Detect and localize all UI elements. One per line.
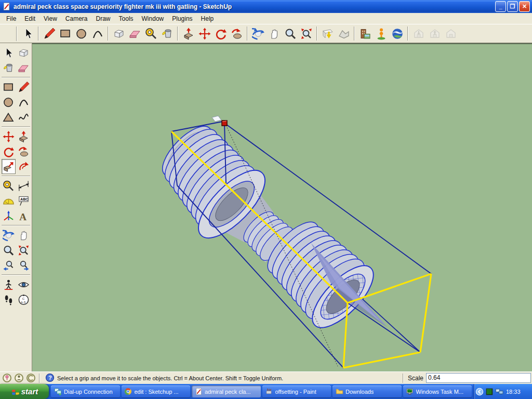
taskbar-button-folder[interactable]: Downloads — [332, 385, 402, 397]
follow-me-tool-button[interactable] — [17, 144, 31, 159]
model-claim-icon[interactable] — [26, 373, 36, 383]
zoom-tool-button[interactable] — [283, 26, 298, 41]
push-pull-tool-button[interactable] — [181, 26, 196, 41]
taskbar-button-sketchup[interactable]: admiral peck cla... — [192, 385, 261, 397]
model-credits-icon[interactable] — [14, 373, 24, 383]
menu-draw[interactable]: Draw — [92, 14, 115, 23]
orbit-tool-button[interactable] — [250, 26, 265, 41]
select-icon — [3, 47, 15, 59]
offset-tool-button[interactable] — [17, 159, 31, 174]
drawing-viewport[interactable] — [32, 43, 532, 371]
paint-bucket-tool-button[interactable] — [159, 26, 175, 41]
toggle-terrain-tool-button[interactable] — [336, 26, 351, 41]
add-building-tool-button[interactable] — [374, 26, 389, 41]
line-tool-button[interactable] — [17, 79, 31, 95]
eraser-tool-button[interactable] — [127, 26, 142, 41]
section-plane-tool-button[interactable]: CA-5 — [17, 292, 31, 307]
svg-text:A-5: A-5 — [20, 300, 25, 303]
arc-tool-button[interactable] — [90, 26, 105, 41]
circle-tool-button[interactable] — [74, 26, 89, 41]
folder-icon — [336, 388, 343, 395]
line-icon — [18, 81, 30, 94]
move-tool-button[interactable] — [2, 129, 16, 144]
make-component-tool-button[interactable] — [17, 45, 31, 60]
scale-tool-button[interactable] — [2, 159, 16, 174]
text-tool-button[interactable]: ABC — [17, 193, 31, 208]
menu-tools[interactable]: Tools — [115, 14, 138, 23]
orbit-tool-button[interactable] — [2, 228, 16, 243]
add-location-tool-button[interactable] — [320, 26, 335, 41]
menu-window[interactable]: Window — [138, 14, 168, 23]
taskbar-button-chrome[interactable]: edit : Sketchup ... — [122, 385, 191, 397]
previous-view-tool-button[interactable] — [2, 258, 16, 273]
zoom-tool-button[interactable] — [2, 243, 16, 258]
taskbar-button-taskman[interactable]: Windows Task M... — [403, 385, 472, 397]
start-button[interactable]: start — [0, 384, 49, 399]
clock[interactable]: 18:33 — [506, 389, 521, 395]
toolbar-grip — [3, 26, 17, 41]
paint-bucket-tool-button[interactable] — [2, 60, 16, 75]
close-button[interactable]: ✕ — [519, 1, 530, 12]
zoom-extents-tool-button[interactable] — [299, 26, 314, 41]
tray-network-icon[interactable] — [495, 388, 503, 396]
credits-icon — [14, 373, 24, 383]
menu-view[interactable]: View — [39, 14, 61, 23]
menu-camera[interactable]: Camera — [61, 14, 92, 23]
eraser-tool-button[interactable] — [17, 60, 31, 75]
statusbar-separator — [403, 374, 404, 383]
toolbar-separator — [177, 26, 178, 41]
offset-icon — [18, 161, 30, 173]
menu-edit[interactable]: Edit — [20, 14, 39, 23]
rotate-tool-button[interactable] — [2, 144, 16, 159]
taskbar-button-dialup[interactable]: Dial-up Connection — [51, 385, 120, 397]
dimension-tool-button[interactable] — [17, 178, 31, 193]
google-earth-tool-button[interactable] — [390, 26, 405, 41]
photo-textures-tool-button[interactable] — [357, 26, 373, 41]
polygon-tool-button[interactable] — [2, 110, 16, 125]
pan-tool-button[interactable] — [17, 228, 31, 243]
top-toolbar — [0, 24, 532, 43]
freehand-tool-button[interactable] — [17, 110, 31, 125]
model-geolocation-icon[interactable] — [2, 373, 12, 383]
make-component-tool-button[interactable] — [111, 26, 126, 41]
select-tool-button[interactable] — [20, 26, 35, 41]
taskman-icon — [406, 388, 414, 396]
tray-chevron-icon[interactable] — [475, 388, 484, 396]
3d-text-tool-button[interactable]: A — [17, 208, 31, 223]
walk-tool-button[interactable] — [2, 292, 16, 307]
select-tool-button[interactable] — [2, 45, 16, 60]
arc-tool-button[interactable] — [17, 95, 31, 110]
position-camera-tool-button[interactable] — [2, 277, 16, 292]
follow-me-tool-button[interactable] — [229, 26, 244, 41]
line-tool-button[interactable] — [42, 26, 57, 41]
menu-help[interactable]: Help — [197, 14, 218, 23]
toolbar-divider — [2, 126, 30, 127]
3d-text-icon: A — [18, 210, 30, 222]
tape-measure-tool-button[interactable] — [143, 26, 158, 41]
axes-tool-button[interactable] — [2, 208, 16, 223]
push-pull-tool-button[interactable] — [17, 129, 31, 144]
move-tool-button[interactable] — [197, 26, 212, 41]
measurement-input[interactable]: 0.64 — [426, 373, 531, 383]
restore-button[interactable]: ❐ — [507, 1, 518, 12]
rectangle-tool-button[interactable] — [2, 79, 16, 95]
rectangle-tool-button[interactable] — [58, 26, 73, 41]
question-mark-icon[interactable]: ? — [45, 373, 55, 383]
look-around-tool-button[interactable] — [17, 277, 31, 292]
minimize-button[interactable]: _ — [495, 1, 506, 12]
active-scale-grip[interactable] — [222, 121, 227, 126]
zoom-extents-tool-button[interactable] — [17, 243, 31, 258]
taskbar-button-paint[interactable]: offsetting - Paint — [262, 385, 331, 397]
viewport-background[interactable] — [32, 44, 532, 371]
protractor-tool-button[interactable] — [2, 193, 16, 208]
tape-measure-tool-button[interactable] — [2, 178, 16, 193]
menu-plugins[interactable]: Plugins — [168, 14, 196, 23]
rotate-tool-button[interactable] — [213, 26, 228, 41]
next-view-tool-button[interactable] — [17, 258, 31, 273]
toolbar-divider — [2, 176, 30, 177]
circle-tool-button[interactable] — [2, 95, 16, 110]
pan-tool-button[interactable] — [267, 26, 282, 41]
menu-file[interactable]: File — [2, 14, 20, 23]
toolbar-separator — [407, 26, 408, 41]
tray-meter-icon[interactable] — [485, 388, 494, 396]
